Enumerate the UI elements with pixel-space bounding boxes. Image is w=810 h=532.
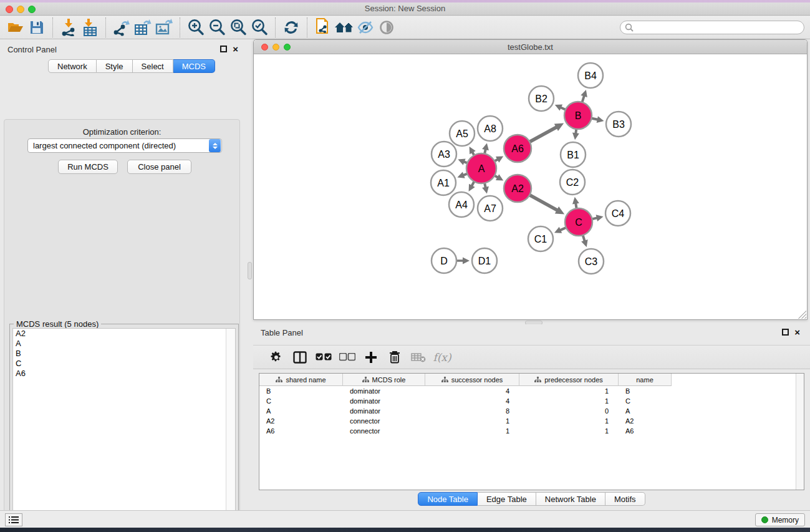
table-settings-button[interactable] (264, 348, 288, 367)
select-all-button[interactable] (312, 348, 335, 367)
column-header-MCDS-role[interactable]: MCDS role (343, 374, 425, 386)
node-table[interactable]: shared nameMCDS rolesuccessor nodesprede… (259, 373, 804, 490)
window-titlebar: Session: New Session (0, 2, 810, 16)
float-panel-icon[interactable] (220, 46, 227, 52)
mcds-result-list[interactable]: A2ABCA6 (12, 328, 236, 531)
export-table-button[interactable] (132, 17, 153, 37)
toolbar-separator (52, 17, 53, 37)
graph-node-C[interactable]: C (565, 208, 592, 236)
graph-node-A4[interactable]: A4 (449, 192, 474, 217)
deselect-all-button[interactable] (335, 348, 359, 367)
graph-node-C3[interactable]: C3 (579, 249, 604, 274)
network-window-titlebar[interactable]: testGlobe.txt (254, 40, 807, 54)
import-network-button[interactable] (58, 17, 79, 37)
import-table-button[interactable] (79, 17, 100, 37)
memory-button[interactable]: Memory (755, 513, 805, 526)
result-scrollbar[interactable] (226, 329, 235, 531)
toolbar-separator (105, 17, 106, 37)
graph-node-B4[interactable]: B4 (578, 63, 603, 88)
graph-node-C2[interactable]: C2 (560, 170, 585, 195)
show-hide-panel-button[interactable] (376, 17, 397, 37)
refresh-button[interactable] (281, 17, 302, 37)
graph-node-C4[interactable]: C4 (605, 201, 630, 226)
table-row[interactable]: Adominator80A (259, 406, 804, 416)
graph-node-A2[interactable]: A2 (504, 175, 531, 202)
close-panel-button[interactable]: Close panel (127, 160, 191, 174)
column-header-successor-nodes[interactable]: successor nodes (425, 374, 519, 386)
tab-network-table[interactable]: Network Table (536, 492, 605, 506)
add-column-button[interactable] (359, 348, 383, 367)
graph-node-C1[interactable]: C1 (528, 226, 553, 251)
zoom-out-button[interactable] (206, 17, 228, 37)
graph-node-A7[interactable]: A7 (478, 196, 503, 221)
graph-node-A5[interactable]: A5 (450, 121, 475, 146)
save-session-button[interactable] (26, 17, 47, 37)
tab-node-table[interactable]: Node Table (418, 492, 478, 506)
delete-column-button[interactable] (383, 348, 407, 367)
tab-edge-table[interactable]: Edge Table (478, 492, 536, 506)
show-columns-button[interactable] (288, 348, 312, 367)
graph-node-A6[interactable]: A6 (504, 135, 531, 162)
graph-node-A3[interactable]: A3 (432, 142, 456, 167)
node-label: A6 (511, 143, 524, 154)
graph-node-B1[interactable]: B1 (561, 142, 586, 167)
graph-node-D1[interactable]: D1 (472, 248, 497, 273)
result-item[interactable]: C (13, 359, 235, 369)
delete-table-button[interactable] (407, 348, 430, 367)
close-panel-icon[interactable]: × (794, 329, 800, 336)
tab-motifs[interactable]: Motifs (605, 492, 645, 506)
run-mcds-button[interactable]: Run MCDS (58, 160, 118, 174)
table-row[interactable]: Cdominator41C (259, 396, 804, 406)
column-header-predecessor-nodes[interactable]: predecessor nodes (519, 374, 619, 386)
column-header-name[interactable]: name (619, 374, 672, 386)
network-graph[interactable]: A5A8A3AA1A4A7A6A2B2B4BB3B1C2CC4C1C3DD1 (254, 54, 807, 319)
zoom-fit-button[interactable] (228, 17, 249, 37)
tab-select[interactable]: Select (133, 59, 173, 73)
mcds-tab-content: Optimization criterion: largest connecte… (4, 119, 240, 532)
close-panel-icon[interactable]: × (233, 46, 238, 52)
window-resize-grip[interactable] (798, 311, 806, 319)
node-label: A (478, 163, 485, 174)
table-toolbar: f(x) (253, 345, 810, 369)
graph-node-B[interactable]: B (564, 102, 592, 129)
search-field[interactable] (620, 21, 804, 34)
network-canvas[interactable]: A5A8A3AA1A4A7A6A2B2B4BB3B1C2CC4C1C3DD1 (254, 54, 807, 319)
table-row[interactable]: Bdominator41B (259, 386, 804, 396)
new-network-from-selection-button[interactable] (312, 17, 334, 37)
tab-network[interactable]: Network (48, 59, 97, 73)
result-item[interactable]: A6 (13, 369, 235, 379)
result-item[interactable]: A2 (13, 329, 235, 339)
graph-node-A1[interactable]: A1 (431, 170, 456, 195)
tab-mcds[interactable]: MCDS (173, 59, 215, 73)
control-panel: Control Panel × NetworkStyleSelectMCDS O… (0, 39, 244, 510)
table-row[interactable]: A2connector11A2 (259, 416, 804, 426)
graph-node-A8[interactable]: A8 (478, 116, 503, 141)
zoom-in-button[interactable] (185, 17, 206, 37)
zoom-selected-button[interactable] (249, 17, 270, 37)
task-history-button[interactable] (5, 513, 22, 526)
search-input[interactable] (634, 22, 804, 33)
graph-node-D[interactable]: D (432, 248, 456, 273)
open-session-button[interactable] (5, 17, 26, 37)
graph-node-B3[interactable]: B3 (606, 112, 631, 137)
table-scrollbar[interactable] (796, 374, 804, 490)
home-networks-button[interactable] (334, 17, 355, 37)
function-builder-button[interactable]: f(x) (430, 348, 454, 367)
zoom-selected-icon (251, 19, 268, 36)
node-label: B4 (584, 70, 597, 81)
column-header-shared-name[interactable]: shared name (259, 374, 343, 386)
tab-style[interactable]: Style (97, 59, 133, 73)
export-image-button[interactable] (153, 17, 175, 37)
float-panel-icon[interactable] (782, 329, 789, 336)
column-label: MCDS role (372, 376, 406, 384)
graph-node-B2[interactable]: B2 (529, 86, 554, 111)
export-network-button[interactable] (111, 17, 132, 37)
graph-node-A[interactable]: A (466, 153, 496, 183)
result-item[interactable]: B (13, 349, 235, 359)
table-cell: B (259, 387, 343, 395)
criterion-dropdown[interactable]: largest connected component (directed) (27, 138, 222, 153)
result-item[interactable]: A (13, 339, 235, 349)
table-row[interactable]: A6connector11A6 (259, 426, 804, 436)
hide-graphics-details-button[interactable] (355, 17, 376, 37)
splitpane-vertical-grip[interactable] (248, 262, 252, 279)
